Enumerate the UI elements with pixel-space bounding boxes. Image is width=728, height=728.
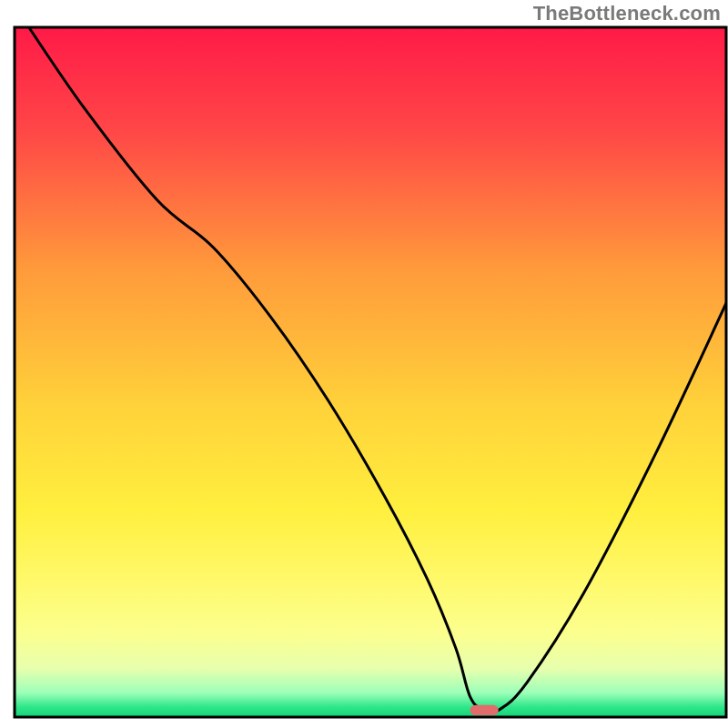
bottleneck-chart <box>0 0 728 728</box>
watermark-text: TheBottleneck.com <box>533 2 721 25</box>
plot-background <box>15 27 726 717</box>
minimum-marker <box>470 705 498 715</box>
chart-frame: TheBottleneck.com <box>0 0 728 728</box>
